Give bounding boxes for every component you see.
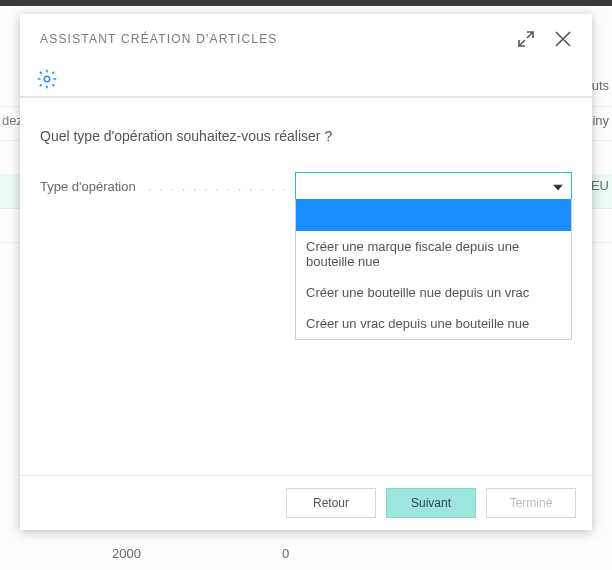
back-button[interactable]: Retour [286,488,376,518]
dropdown-option-1[interactable]: Créer une marque fiscale depuis une bout… [296,231,571,277]
svg-point-0 [44,76,50,82]
modal-body: Quel type d'opération souhaitez-vous réa… [20,98,592,200]
operation-type-row: Type d'opération Créer une marque fiscal… [40,172,572,200]
next-button[interactable]: Suivant [386,488,476,518]
dropdown-option-2[interactable]: Créer une bouteille nue depuis un vrac [296,277,571,308]
gear-icon [36,68,58,93]
finish-button: Terminé [486,488,576,518]
operation-type-label: Type d'opération [40,179,295,194]
caret-down-icon [553,179,563,194]
operation-type-dropdown: Créer une marque fiscale depuis une bout… [295,199,572,340]
wizard-question: Quel type d'opération souhaitez-vous réa… [40,128,572,144]
operation-type-select-wrap: Créer une marque fiscale depuis une bout… [295,172,572,200]
modal-footer: Retour Suivant Terminé [20,475,592,530]
step-indicator-row [20,64,592,98]
header-icon-group [516,29,572,49]
operation-type-select[interactable] [295,172,572,200]
expand-icon[interactable] [516,29,536,49]
modal-title: ASSISTANT CRÉATION D'ARTICLES [40,32,278,46]
close-icon[interactable] [554,30,572,48]
modal-header: ASSISTANT CRÉATION D'ARTICLES [20,14,592,64]
dropdown-option-blank[interactable] [296,199,571,231]
dropdown-option-3[interactable]: Créer un vrac depuis une bouteille nue [296,308,571,339]
wizard-modal: ASSISTANT CRÉATION D'ARTICLES [20,14,592,530]
